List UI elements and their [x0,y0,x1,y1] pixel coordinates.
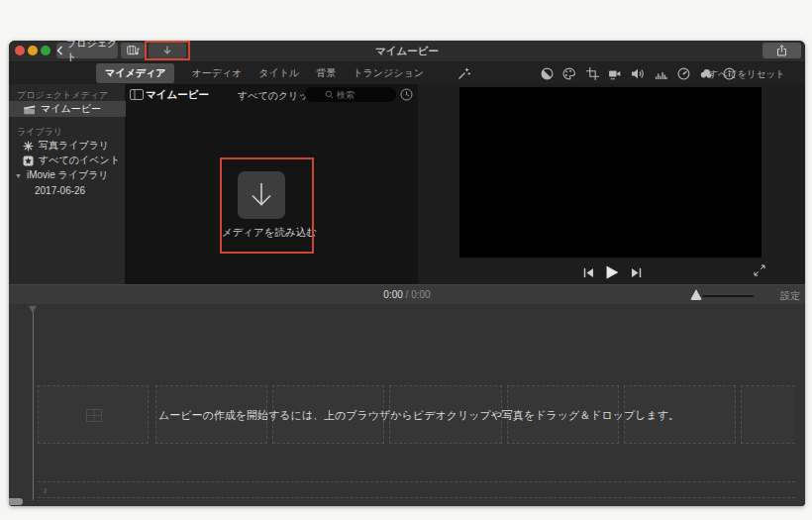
sidebar-item-label: 2017-06-26 [35,185,85,196]
timeline[interactable]: ムービーの作成を開始するには、上のブラウザからビデオクリップや写真をドラッグ＆ド… [9,304,805,506]
stabilization-camera-icon[interactable] [608,66,622,80]
adjustment-bar [540,62,736,84]
tab-my-media[interactable]: マイメディア [96,63,174,83]
sidebar-item-label: 写真ライブラリ [39,139,109,153]
search-field[interactable] [305,87,396,102]
sidebar-item-label: iMovie ライブラリ [27,168,109,182]
disclosure-triangle-icon[interactable]: ▼ [15,172,22,179]
sidebar-item-my-movie[interactable]: マイムービー [9,101,126,117]
speed-gauge-icon[interactable] [676,66,690,80]
close-window-button[interactable] [15,46,25,55]
import-media-toolbar-button[interactable] [149,43,186,58]
color-correction-palette-icon[interactable] [562,66,576,80]
horizontal-scrollbar[interactable] [9,498,23,505]
tab-bar: マイメディア オーディオ タイトル 背景 トランジション [9,62,805,84]
tab-transitions[interactable]: トランジション [353,66,424,80]
search-input[interactable] [337,90,376,100]
clip-placeholder [38,385,149,444]
clip-placeholder [741,385,795,444]
imovie-window: プロジェクト マイムービー [9,41,805,506]
time-separator: / [406,289,409,300]
star-badge-icon [23,156,34,166]
sidebar-item-all-events[interactable]: すべてのイベント [9,153,126,168]
play-button-icon[interactable] [606,265,619,279]
clip-size-slider[interactable] [690,289,756,301]
timeline-settings-button[interactable]: 設定 [780,289,800,303]
fullscreen-icon[interactable] [754,264,765,276]
sidebar-item-label: マイムービー [41,102,101,116]
media-browser: マイムービー すべてのクリップ メディアを読み込む [126,84,417,284]
download-arrow-icon [249,181,274,209]
download-arrow-icon [161,45,173,56]
toolbar: プロジェクト マイムービー [9,41,805,62]
slider-track[interactable] [702,295,754,297]
color-balance-icon[interactable] [540,66,554,80]
playback-controls [418,262,805,282]
sidebar-item-label: すべてのイベント [39,154,120,167]
film-frame-icon [86,409,102,422]
tab-audio[interactable]: オーディオ [191,66,242,80]
crop-icon[interactable] [585,66,599,80]
music-note-icon: ♪ [43,484,48,495]
sidebar-toggle-icon[interactable] [130,89,144,100]
playhead[interactable] [33,308,34,500]
libraries-sidebar: プロジェクトメディア マイムービー ライブラリ 写真ライブラリ すべてのイベント… [9,84,126,284]
sidebar-item-imovie-library[interactable]: ▼ iMovie ライブラリ [9,167,126,183]
share-icon [776,45,787,56]
chevron-left-icon [56,46,63,55]
reset-all-button[interactable]: すべてをリセット [708,68,785,81]
skip-forward-icon[interactable] [631,267,642,278]
back-button-label: プロジェクト [66,41,118,64]
clapperboard-icon [23,104,36,115]
background-music-track: ♪ [38,481,795,498]
timeline-hint-text: ムービーの作成を開始するには、上のブラウザからビデオクリップや写真をドラッグ＆ド… [158,408,679,423]
skip-backward-icon[interactable] [583,267,594,278]
slider-thumb[interactable] [690,289,702,300]
minimize-window-button[interactable] [28,46,38,55]
timecode-display: 0:00 / 0:00 [9,289,805,300]
time-current: 0:00 [383,289,402,300]
clip-appearance-icon[interactable] [400,88,413,101]
tab-titles[interactable]: タイトル [258,66,299,80]
sidebar-item-library-date[interactable]: 2017-06-26 [9,182,126,198]
viewer-pane [417,84,805,284]
timeline-toolbar: 0:00 / 0:00 設定 [9,284,805,304]
browser-header: マイムービー すべてのクリップ [126,84,417,104]
search-icon [325,90,334,99]
share-button[interactable] [762,43,801,58]
noise-reduction-eq-icon[interactable] [654,66,667,80]
zoom-window-button[interactable] [41,46,51,55]
import-media-label: メディアを読み込む [175,226,363,240]
time-total: 0:00 [411,289,430,300]
enhance-wand-icon[interactable] [457,66,470,80]
import-media-button[interactable] [238,171,285,219]
photos-pinwheel-icon [23,141,34,152]
tab-backgrounds[interactable]: 背景 [316,66,336,80]
browser-title: マイムービー [146,88,209,102]
media-browser-button[interactable] [121,43,145,58]
media-film-note-icon [127,45,140,56]
back-to-projects-button[interactable]: プロジェクト [56,43,118,58]
window-title: マイムービー [375,45,439,58]
video-preview [459,87,761,258]
volume-icon[interactable] [631,66,645,80]
sidebar-item-photos-library[interactable]: 写真ライブラリ [9,138,126,154]
